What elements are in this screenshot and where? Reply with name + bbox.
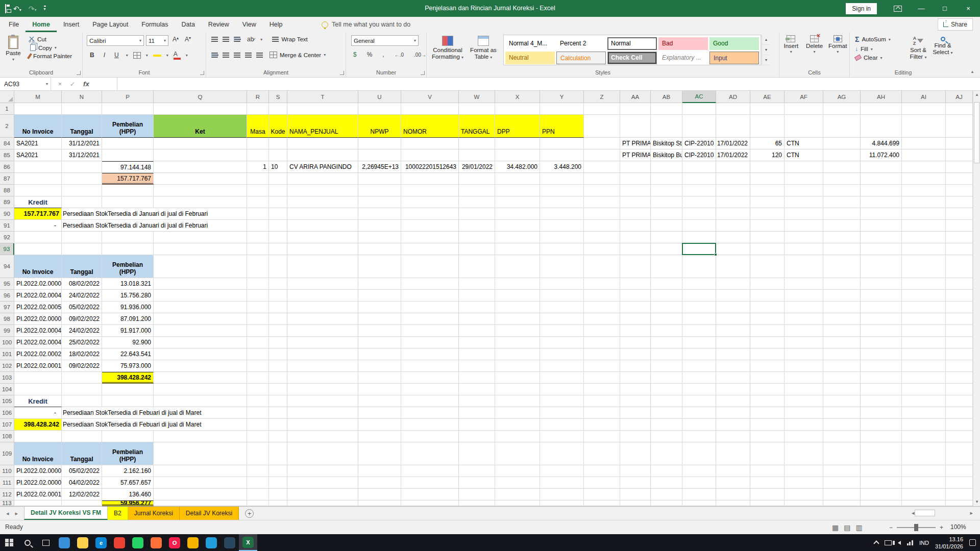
- cell-T106[interactable]: [287, 407, 358, 419]
- cell-Q103[interactable]: [154, 372, 247, 384]
- cell-X100[interactable]: [495, 337, 540, 348]
- cell-AI94[interactable]: [902, 255, 946, 278]
- col-header-V[interactable]: V: [401, 91, 459, 103]
- cell-AG97[interactable]: [823, 302, 861, 313]
- col-header-AD[interactable]: AD: [716, 91, 750, 103]
- col-header-Y[interactable]: Y: [540, 91, 584, 103]
- cell-Y113[interactable]: [540, 500, 584, 506]
- cell-AH97[interactable]: [861, 302, 902, 313]
- cell-AH103[interactable]: [861, 372, 902, 384]
- cell-AJ110[interactable]: [946, 465, 973, 477]
- volume-icon[interactable]: [898, 541, 901, 545]
- cell-AD91[interactable]: [716, 220, 750, 232]
- cell-M107[interactable]: 398.428.242: [14, 419, 62, 431]
- cell-AI102[interactable]: [902, 360, 946, 372]
- col-header-U[interactable]: U: [358, 91, 401, 103]
- cell-AE84[interactable]: 65: [750, 138, 785, 149]
- cell-AA87[interactable]: [620, 173, 651, 185]
- cell-V109[interactable]: [401, 442, 459, 465]
- vertical-scrollbar[interactable]: ▲ ▼: [973, 91, 980, 506]
- cell-R91[interactable]: [247, 220, 269, 232]
- cell-AE108[interactable]: [750, 431, 785, 442]
- grow-font-icon[interactable]: A▴: [170, 35, 181, 46]
- notification-center-icon[interactable]: [969, 539, 976, 546]
- cell-X112[interactable]: [495, 489, 540, 500]
- cell-T105[interactable]: [287, 395, 358, 407]
- cell-W106[interactable]: [459, 407, 495, 419]
- cell-AJ86[interactable]: [946, 161, 973, 173]
- cell-AF109[interactable]: [785, 442, 823, 465]
- cell-U113[interactable]: [358, 500, 401, 506]
- cell-T109[interactable]: [287, 442, 358, 465]
- cell-M103[interactable]: [14, 372, 62, 384]
- cell-Y88[interactable]: [540, 185, 584, 196]
- cell-Z111[interactable]: [584, 477, 620, 489]
- row-header-1[interactable]: 1: [0, 103, 14, 115]
- cell-AA90[interactable]: [620, 208, 651, 220]
- row-header-88[interactable]: 88: [0, 185, 14, 196]
- cell-X85[interactable]: [495, 149, 540, 161]
- cell-N109[interactable]: Tanggal: [62, 442, 102, 465]
- cell-V90[interactable]: [401, 208, 459, 220]
- cell-AH107[interactable]: [861, 419, 902, 431]
- cell-V94[interactable]: [401, 255, 459, 278]
- taskbar-app-whatsapp[interactable]: [129, 534, 147, 551]
- cell-Z94[interactable]: [584, 255, 620, 278]
- cell-AG102[interactable]: [823, 360, 861, 372]
- cell-V100[interactable]: [401, 337, 459, 348]
- cell-AG2[interactable]: [823, 115, 861, 138]
- cell-AB112[interactable]: [651, 489, 682, 500]
- col-header-W[interactable]: W: [459, 91, 495, 103]
- cell-AJ104[interactable]: [946, 384, 973, 395]
- underline-button[interactable]: U: [112, 51, 121, 59]
- cell-Y96[interactable]: [540, 290, 584, 302]
- cell-AG108[interactable]: [823, 431, 861, 442]
- cell-AE103[interactable]: [750, 372, 785, 384]
- cell-M109[interactable]: No Invoice: [14, 442, 62, 465]
- cell-AJ2[interactable]: [946, 115, 973, 138]
- cell-Z106[interactable]: [584, 407, 620, 419]
- cell-W103[interactable]: [459, 372, 495, 384]
- cell-AI104[interactable]: [902, 384, 946, 395]
- cell-AF108[interactable]: [785, 431, 823, 442]
- cell-X93[interactable]: [495, 243, 540, 255]
- cell-AH89[interactable]: [861, 196, 902, 208]
- taskbar-app-mail[interactable]: [55, 534, 74, 551]
- cell-T93[interactable]: [287, 243, 358, 255]
- cell-AH88[interactable]: [861, 185, 902, 196]
- cell-W108[interactable]: [459, 431, 495, 442]
- cell-V106[interactable]: [401, 407, 459, 419]
- cell-M112[interactable]: PI.2022.02.00010: [14, 489, 62, 500]
- cell-R104[interactable]: [247, 384, 269, 395]
- fill-color-icon[interactable]: [153, 54, 161, 57]
- bold-button[interactable]: B: [88, 51, 96, 59]
- cell-style-input[interactable]: Input: [709, 52, 759, 64]
- cell-V93[interactable]: [401, 243, 459, 255]
- row-header-95[interactable]: 95: [0, 278, 14, 290]
- sheet-tab-jurnal-koreksi[interactable]: Jurnal Koreksi: [128, 507, 180, 520]
- cell-AE95[interactable]: [750, 278, 785, 290]
- cell-R98[interactable]: [247, 313, 269, 325]
- cell-AE111[interactable]: [750, 477, 785, 489]
- cell-AF113[interactable]: [785, 500, 823, 506]
- cell-AB104[interactable]: [651, 384, 682, 395]
- font-size-combo[interactable]: 11▾: [146, 35, 168, 46]
- cell-N110[interactable]: 05/02/2022: [62, 465, 102, 477]
- cell-AG88[interactable]: [823, 185, 861, 196]
- row-header-112[interactable]: 112: [0, 489, 14, 500]
- cell-P1[interactable]: [102, 103, 154, 115]
- zoom-in-icon[interactable]: +: [940, 524, 943, 531]
- cell-AB1[interactable]: [651, 103, 682, 115]
- cell-T99[interactable]: [287, 325, 358, 337]
- cell-R103[interactable]: [247, 372, 269, 384]
- cell-AA85[interactable]: PT PRIMA: [620, 149, 651, 161]
- cell-W92[interactable]: [459, 232, 495, 243]
- cell-U2[interactable]: NPWP: [358, 115, 401, 138]
- scroll-up-icon[interactable]: ▲: [973, 91, 980, 99]
- cell-Y104[interactable]: [540, 384, 584, 395]
- taskbar-app-chrome-beta[interactable]: [184, 534, 202, 551]
- ribbon-display-options-icon[interactable]: [886, 0, 910, 17]
- collapse-ribbon-icon[interactable]: ▴: [969, 68, 976, 75]
- cell-N97[interactable]: 05/02/2022: [62, 302, 102, 313]
- cell-Z97[interactable]: [584, 302, 620, 313]
